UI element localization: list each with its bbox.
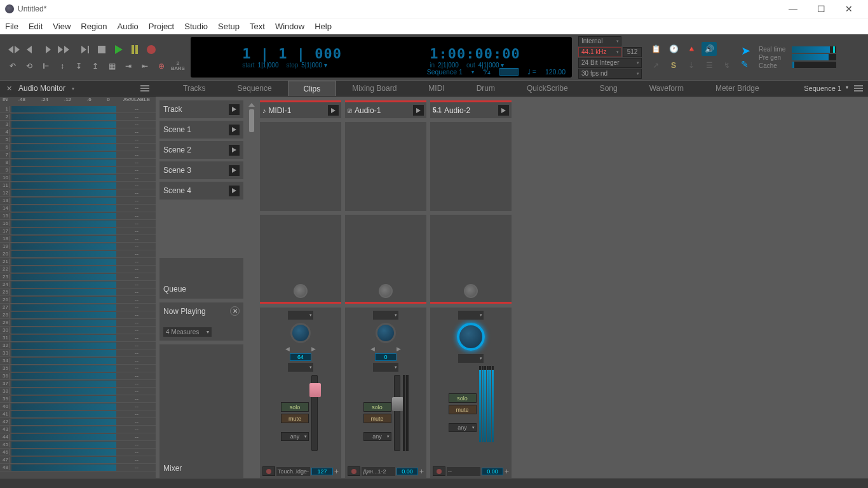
send-dd[interactable] — [458, 354, 484, 363]
pan-value[interactable]: 64 — [290, 353, 311, 361]
menu-setup[interactable]: Setup — [218, 22, 240, 31]
step-back-button[interactable] — [23, 42, 38, 57]
menu-file[interactable]: File — [5, 22, 18, 31]
mute-button[interactable]: mute — [449, 405, 477, 414]
fast-fwd-button[interactable] — [56, 42, 71, 57]
count-in-button[interactable]: ↧ — [72, 60, 85, 72]
scene-play-icon[interactable] — [229, 145, 240, 156]
rec-button[interactable] — [348, 466, 360, 476]
loop-button[interactable]: ⟲ — [23, 60, 36, 72]
clock-icon[interactable]: 🕐 — [666, 42, 681, 56]
add-icon[interactable]: + — [505, 467, 509, 476]
tab-meter-bridge[interactable]: Meter Bridge — [700, 81, 775, 96]
automation-dd[interactable]: any — [363, 432, 391, 441]
up-icon[interactable]: ↗ — [648, 58, 663, 72]
output-dd[interactable]: Touch..idge- — [276, 467, 310, 476]
send-dd[interactable] — [373, 363, 398, 372]
output-dd[interactable]: Дин...1-2 — [362, 467, 395, 476]
scene-item[interactable]: Scene 3 — [159, 161, 243, 179]
clip-play-icon[interactable] — [413, 105, 424, 116]
monitor-close-icon[interactable]: ✕ — [6, 85, 12, 93]
queue-knob[interactable] — [294, 284, 308, 298]
menu-view[interactable]: View — [53, 22, 71, 31]
clip-cells[interactable] — [260, 122, 341, 211]
metronome-icon[interactable]: 🔺 — [684, 42, 699, 56]
solo-button[interactable]: solo — [363, 402, 391, 412]
track-header[interactable]: Track — [159, 100, 243, 118]
clip-header[interactable]: 5.1Audio-2 — [430, 100, 512, 118]
bars-button[interactable]: 2BARS — [172, 60, 184, 72]
add-icon[interactable]: + — [334, 467, 339, 476]
mute-button[interactable]: mute — [281, 414, 309, 423]
menu-region[interactable]: Region — [81, 22, 107, 31]
clock-source-dd[interactable]: Internal — [578, 36, 621, 46]
menu-edit[interactable]: Edit — [29, 22, 43, 31]
step-fwd-button[interactable] — [39, 42, 55, 57]
bars-counter[interactable]: 1 | 1 | 000 — [242, 46, 342, 62]
menu-help[interactable]: Help — [315, 22, 332, 31]
track-play-icon[interactable] — [229, 104, 240, 115]
insert-dd[interactable] — [288, 311, 313, 320]
scene-item[interactable]: Scene 1 — [159, 121, 243, 139]
rec-button[interactable] — [433, 466, 445, 476]
tab-mixing-board[interactable]: Mixing Board — [336, 81, 412, 96]
learn-icon[interactable]: ↯ — [719, 58, 735, 72]
tab-waveform[interactable]: Waveform — [634, 81, 700, 96]
tempo-value[interactable]: 120.00 — [545, 68, 566, 76]
pan-knob[interactable] — [457, 323, 485, 351]
insert-dd[interactable] — [373, 311, 398, 320]
close-button[interactable]: ✕ — [835, 0, 863, 18]
punch-button[interactable]: ⊩ — [39, 60, 52, 72]
pan-knob[interactable] — [376, 323, 396, 343]
menu-studio[interactable]: Studio — [184, 22, 208, 31]
menu-project[interactable]: Project — [149, 22, 174, 31]
rec-button[interactable] — [262, 466, 275, 476]
solo-button[interactable]: solo — [281, 402, 309, 412]
clip-cells[interactable] — [430, 122, 512, 211]
skip-button[interactable] — [78, 42, 93, 57]
scene-play-icon[interactable] — [229, 165, 240, 176]
mute-button[interactable]: mute — [363, 414, 391, 423]
pan-knob[interactable] — [290, 323, 311, 343]
clip-header[interactable]: ⎚Audio-1 — [345, 100, 426, 118]
bit-depth-dd[interactable]: 24 Bit Integer — [578, 58, 642, 68]
tab-song[interactable]: Song — [584, 81, 634, 96]
minimize-button[interactable]: — — [779, 0, 807, 18]
send-dd[interactable] — [288, 363, 313, 372]
down-icon[interactable]: ⇣ — [684, 58, 699, 72]
pan-value[interactable]: 0 — [375, 353, 397, 361]
rewind-button[interactable] — [6, 42, 22, 57]
sequence-dd[interactable]: Sequence 1 — [427, 68, 463, 76]
punch-in-button[interactable]: ⇥ — [122, 60, 135, 72]
pause-button[interactable] — [127, 42, 142, 57]
grid-button[interactable]: ▦ — [105, 60, 118, 72]
tab-tracks[interactable]: Tracks — [167, 81, 222, 96]
scene-play-icon[interactable] — [229, 125, 240, 135]
tab-drum[interactable]: Drum — [461, 81, 511, 96]
menu-text[interactable]: Text — [250, 22, 265, 31]
fader[interactable] — [311, 375, 318, 451]
clip-queue[interactable] — [430, 215, 512, 304]
fader[interactable] — [394, 375, 400, 451]
time-counter[interactable]: 1:00:00:00 — [430, 46, 520, 62]
volume-value[interactable]: 127 — [311, 468, 333, 475]
clip-queue[interactable] — [345, 215, 426, 304]
automation-dd[interactable]: any — [281, 432, 309, 441]
menu-window[interactable]: Window — [275, 22, 304, 31]
click-button[interactable]: ↥ — [89, 60, 102, 72]
tab-midi[interactable]: MIDI — [412, 81, 460, 96]
undo-button[interactable]: ↶ — [6, 60, 19, 72]
scene-item[interactable]: Scene 4 — [159, 182, 243, 200]
overdub-button[interactable]: ↕ — [56, 60, 69, 72]
record-button[interactable] — [144, 42, 159, 57]
pencil-tool-icon[interactable]: ✎ — [741, 59, 752, 71]
queue-knob[interactable] — [464, 284, 478, 298]
solo-s-icon[interactable]: S — [666, 58, 681, 72]
add-button[interactable]: ⊕ — [155, 60, 168, 72]
queue-knob[interactable] — [379, 284, 393, 298]
speaker-icon[interactable]: 🔊 — [702, 42, 717, 56]
play-button[interactable] — [111, 42, 126, 57]
solo-button[interactable]: solo — [449, 393, 477, 403]
view-hamburger-icon[interactable] — [854, 85, 863, 92]
measures-dd[interactable]: 4 Measures — [163, 327, 212, 337]
